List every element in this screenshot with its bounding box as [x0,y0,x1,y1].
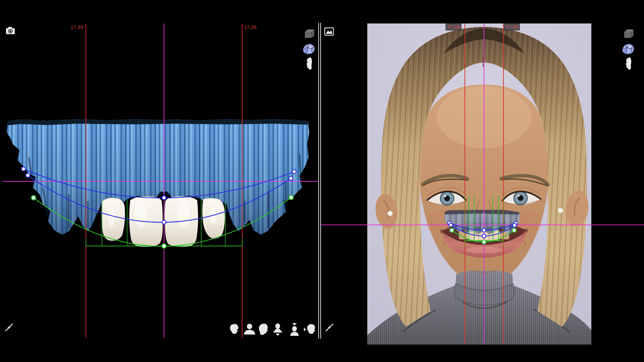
image-icon[interactable] [324,27,334,36]
collapse-arrows-icon[interactable] [4,323,14,332]
head-triangle-above-icon[interactable] [287,322,302,337]
bust-front-icon[interactable] [243,322,256,337]
mesh-model-icon[interactable] [302,43,316,56]
measurement-label: 17,39 [66,24,83,30]
smile-design-workspace: 17,39 17,39 17,39 17,39 [0,0,644,362]
measurement-label: 17,39 [504,23,520,31]
mesh-model-icon[interactable] [621,43,635,56]
collapse-arrows-icon[interactable] [325,323,334,332]
face-profile-icon[interactable] [305,57,313,70]
measurement-label: 17,39 [244,24,257,30]
measurement-label: 17,39 [445,23,462,31]
face-profile-icon[interactable] [624,57,633,70]
left-3d-viewport[interactable] [0,13,319,347]
right-photo-viewport[interactable] [321,13,644,347]
face-profile-right-icon[interactable] [227,322,241,337]
next-face-profile-icon[interactable] [303,322,317,337]
head-profile-icon[interactable] [258,322,270,337]
panel-divider[interactable] [319,23,321,339]
voxel-cube-icon[interactable] [623,28,635,40]
bust-triangle-down-icon[interactable] [270,322,285,337]
voxel-cube-icon[interactable] [303,28,315,40]
camera-icon[interactable] [5,26,15,35]
